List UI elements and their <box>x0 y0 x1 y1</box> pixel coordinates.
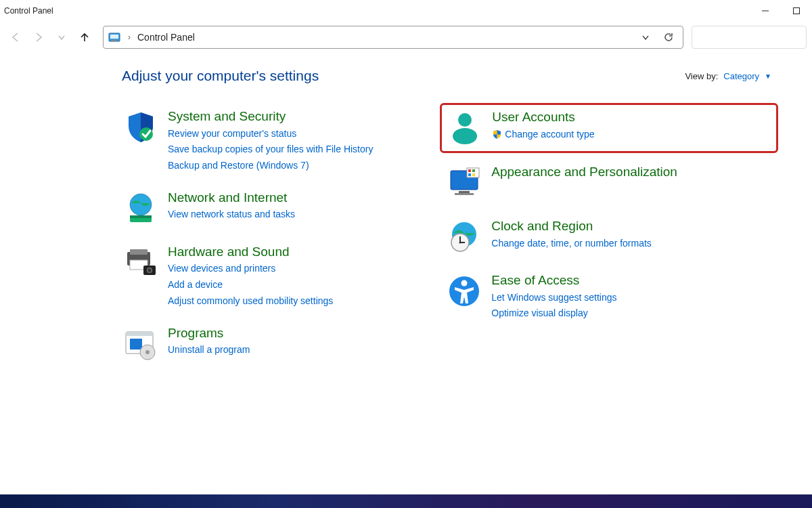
view-by-selector[interactable]: View by: Category ▼ <box>685 71 771 81</box>
address-history-button[interactable] <box>635 27 656 47</box>
category-programs: Programs Uninstall a program <box>122 325 438 363</box>
svg-point-38 <box>461 280 468 287</box>
category-title-ease-of-access[interactable]: Ease of Access <box>491 272 616 289</box>
category-title-system[interactable]: System and Security <box>168 108 373 125</box>
programs-icon <box>122 325 160 363</box>
svg-rect-11 <box>130 249 148 255</box>
up-button[interactable] <box>73 26 96 49</box>
category-network-and-internet: Network and Internet View network status… <box>122 190 438 228</box>
link-backup-restore[interactable]: Backup and Restore (Windows 7) <box>168 158 373 173</box>
svg-point-20 <box>145 350 150 354</box>
link-file-history[interactable]: Save backup copies of your files with Fi… <box>168 142 373 157</box>
link-review-status[interactable]: Review your computer's status <box>168 127 373 142</box>
title-bar: Control Panel <box>0 0 812 22</box>
svg-point-15 <box>148 268 152 272</box>
chevron-right-icon: › <box>124 33 135 42</box>
window-title: Control Panel <box>4 6 53 16</box>
link-optimize-display[interactable]: Optimize visual display <box>491 306 616 321</box>
back-button[interactable] <box>4 26 27 49</box>
category-system-and-security: System and Security Review your computer… <box>122 108 438 173</box>
svg-rect-18 <box>130 339 142 350</box>
category-appearance: Appearance and Personalization <box>445 164 778 202</box>
control-panel-icon <box>108 30 121 44</box>
link-devices-printers[interactable]: View devices and printers <box>168 261 333 276</box>
user-accounts-icon <box>446 109 484 147</box>
content-area: Adjust your computer's settings View by:… <box>0 56 812 379</box>
clock-globe-icon <box>445 218 483 256</box>
category-user-accounts: User Accounts Change account type <box>440 103 778 153</box>
svg-rect-17 <box>126 332 153 336</box>
link-uninstall[interactable]: Uninstall a program <box>168 343 250 358</box>
search-input[interactable] <box>692 26 807 49</box>
category-title-programs[interactable]: Programs <box>168 325 250 342</box>
category-title-user-accounts[interactable]: User Accounts <box>492 109 594 126</box>
globe-icon <box>122 190 160 228</box>
view-by-label: View by: <box>685 71 718 81</box>
forward-button[interactable] <box>27 26 50 49</box>
refresh-button[interactable] <box>658 27 679 47</box>
svg-rect-9 <box>130 215 152 218</box>
link-suggest-settings[interactable]: Let Windows suggest settings <box>491 291 616 305</box>
nav-bar: › Control Panel <box>0 22 812 56</box>
category-title-clock-region[interactable]: Clock and Region <box>491 218 652 235</box>
svg-point-22 <box>453 128 477 144</box>
uac-shield-icon <box>492 129 502 140</box>
svg-rect-4 <box>112 40 117 41</box>
page-heading: Adjust your computer's settings <box>122 68 319 84</box>
window-controls <box>750 0 812 22</box>
svg-rect-28 <box>468 169 471 172</box>
svg-rect-3 <box>110 35 118 39</box>
category-title-network[interactable]: Network and Internet <box>168 190 295 207</box>
category-hardware-and-sound: Hardware and Sound View devices and prin… <box>122 244 438 309</box>
address-bar[interactable]: › Control Panel <box>103 26 683 49</box>
svg-point-36 <box>459 242 461 244</box>
link-change-account-type-label: Change account type <box>505 127 594 142</box>
category-clock-and-region: Clock and Region Change date, time, or n… <box>445 218 778 256</box>
taskbar-fragment <box>0 494 812 508</box>
link-network-status[interactable]: View network status and tasks <box>168 207 295 222</box>
shield-icon <box>122 108 160 146</box>
svg-point-5 <box>139 127 153 141</box>
svg-rect-29 <box>472 169 475 172</box>
svg-rect-25 <box>459 191 470 193</box>
heading-row: Adjust your computer's settings View by:… <box>122 68 778 84</box>
svg-rect-30 <box>468 173 471 176</box>
monitor-icon <box>445 164 483 202</box>
category-ease-of-access: Ease of Access Let Windows suggest setti… <box>445 272 778 321</box>
category-title-hardware[interactable]: Hardware and Sound <box>168 244 333 261</box>
svg-rect-26 <box>455 193 474 195</box>
link-add-device[interactable]: Add a device <box>168 278 333 293</box>
category-title-appearance[interactable]: Appearance and Personalization <box>491 164 677 181</box>
accessibility-icon <box>445 272 483 310</box>
caret-down-icon: ▼ <box>765 72 771 80</box>
view-by-value: Category <box>723 71 759 81</box>
breadcrumb-control-panel[interactable]: Control Panel <box>137 32 195 43</box>
link-date-time-formats[interactable]: Change date, time, or number formats <box>491 236 652 251</box>
printer-camera-icon <box>122 244 160 282</box>
left-column: System and Security Review your computer… <box>122 108 438 379</box>
svg-rect-31 <box>472 173 475 176</box>
category-columns: System and Security Review your computer… <box>122 108 778 379</box>
svg-rect-1 <box>794 8 800 14</box>
right-column: User Accounts Change account type <box>445 108 778 379</box>
recent-locations-button[interactable] <box>50 26 73 49</box>
link-mobility-settings[interactable]: Adjust commonly used mobility settings <box>168 294 333 309</box>
svg-point-21 <box>458 113 472 127</box>
link-change-account-type[interactable]: Change account type <box>492 127 594 142</box>
maximize-button[interactable] <box>781 0 812 22</box>
minimize-button[interactable] <box>750 0 781 22</box>
